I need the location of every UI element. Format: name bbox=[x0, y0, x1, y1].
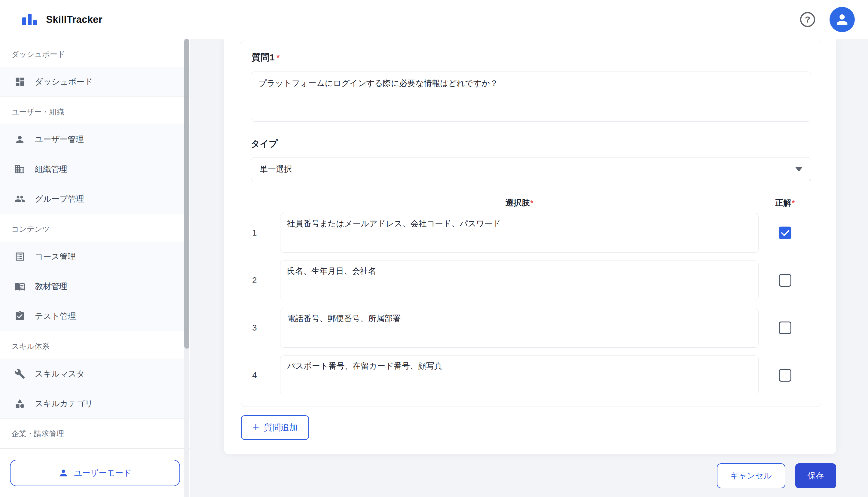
sidebar-item-material-management[interactable]: 教材管理 bbox=[0, 271, 190, 301]
help-icon[interactable]: ? bbox=[800, 12, 815, 27]
chevron-down-icon bbox=[795, 167, 802, 172]
save-button[interactable]: 保存 bbox=[795, 463, 836, 488]
person-icon bbox=[58, 468, 69, 478]
sidebar-section-users-org: ユーザー・組織 ユーザー管理 組織管理 グループ管理 bbox=[0, 97, 190, 214]
person-icon bbox=[834, 12, 850, 27]
sidebar-item-course-management[interactable]: コース管理 bbox=[0, 242, 190, 271]
sidebar-item-label: ユーザー管理 bbox=[35, 134, 84, 145]
avatar[interactable] bbox=[829, 7, 855, 32]
book-icon bbox=[14, 281, 25, 292]
add-question-button[interactable]: + 質問追加 bbox=[241, 415, 309, 440]
sidebar-nav: ダッシュボード ダッシュボード ユーザー・組織 ユーザー管理 bbox=[0, 39, 190, 448]
sidebar-item-label: グループ管理 bbox=[35, 194, 84, 204]
choices-header: 選択肢* bbox=[280, 197, 758, 208]
sidebar-item-dashboard[interactable]: ダッシュボード bbox=[0, 67, 190, 97]
sidebar-item-skill-category[interactable]: スキルカテゴリ bbox=[0, 388, 190, 418]
sidebar-scrollbar[interactable] bbox=[184, 39, 189, 497]
option-row: 1 社員番号またはメールアドレス、会社コード、パスワード bbox=[251, 213, 811, 253]
required-mark: * bbox=[530, 199, 533, 207]
option-number: 1 bbox=[251, 228, 280, 238]
shapes-icon bbox=[14, 398, 25, 409]
plus-icon: + bbox=[253, 421, 259, 433]
question-label: 質問1* bbox=[252, 52, 811, 64]
help-glyph: ? bbox=[805, 14, 810, 25]
sidebar: ダッシュボード ダッシュボード ユーザー・組織 ユーザー管理 bbox=[0, 39, 190, 497]
sidebar-item-org-management[interactable]: 組織管理 bbox=[0, 154, 190, 184]
building-icon bbox=[14, 164, 25, 174]
sidebar-section-label: ユーザー・組織 bbox=[0, 97, 190, 124]
option-row: 4 パスポート番号、在留カード番号、顔写真 bbox=[251, 355, 811, 395]
correct-answer-checkbox[interactable] bbox=[779, 322, 791, 334]
add-question-label: 質問追加 bbox=[264, 422, 298, 433]
sidebar-item-label: 教材管理 bbox=[35, 281, 67, 292]
type-label: タイプ bbox=[251, 138, 811, 150]
sidebar-item-test-management[interactable]: テスト管理 bbox=[0, 301, 190, 331]
correct-answer-checkbox[interactable] bbox=[779, 369, 791, 382]
option-text-input[interactable]: パスポート番号、在留カード番号、顔写真 bbox=[280, 355, 758, 395]
app-title: SkillTracker bbox=[46, 14, 102, 25]
sidebar-section-label: ダッシュボード bbox=[0, 39, 190, 67]
option-text-input[interactable]: 電話番号、郵便番号、所属部署 bbox=[280, 308, 758, 347]
option-number: 2 bbox=[251, 275, 280, 285]
user-mode-label: ユーザーモード bbox=[74, 468, 132, 478]
actions-bar: キャンセル 保存 bbox=[190, 454, 868, 497]
sidebar-item-label: スキルマスタ bbox=[35, 368, 85, 379]
sidebar-item-label: ダッシュボード bbox=[35, 76, 93, 87]
sidebar-section-content: コンテンツ コース管理 教材管理 テスト管理 bbox=[0, 214, 190, 331]
sidebar-section-label: コンテンツ bbox=[0, 214, 190, 242]
question-card: 質問1* プラットフォームにログインする際に必要な情報はどれですか？ タイプ 単… bbox=[241, 40, 821, 407]
sidebar-item-skill-master[interactable]: スキルマスタ bbox=[0, 359, 190, 388]
user-mode-button[interactable]: ユーザーモード bbox=[10, 460, 180, 486]
question-label-text: 質問1 bbox=[252, 52, 275, 62]
sidebar-item-label: 組織管理 bbox=[35, 164, 67, 174]
people-icon bbox=[14, 194, 25, 204]
sidebar-item-user-management[interactable]: ユーザー管理 bbox=[0, 124, 190, 154]
option-text-input[interactable]: 社員番号またはメールアドレス、会社コード、パスワード bbox=[280, 213, 758, 253]
form-panel: 質問1* プラットフォームにログインする際に必要な情報はどれですか？ タイプ 単… bbox=[224, 39, 836, 454]
clipboard-check-icon bbox=[14, 311, 25, 322]
sidebar-item-label: テスト管理 bbox=[35, 311, 76, 322]
type-select[interactable]: 単一選択 bbox=[251, 157, 811, 181]
sidebar-section-skills: スキル体系 スキルマスタ スキルカテゴリ bbox=[0, 331, 190, 418]
wrench-icon bbox=[14, 368, 25, 379]
option-row: 3 電話番号、郵便番号、所属部署 bbox=[251, 308, 811, 347]
main-content: 質問1* プラットフォームにログインする際に必要な情報はどれですか？ タイプ 単… bbox=[190, 39, 868, 497]
list-icon bbox=[14, 251, 25, 262]
app-logo: SkillTracker bbox=[22, 14, 102, 25]
person-icon bbox=[14, 134, 25, 145]
sidebar-section-dashboard: ダッシュボード ダッシュボード bbox=[0, 39, 190, 97]
header-actions: ? bbox=[800, 7, 855, 32]
answer-header: 正解* bbox=[758, 197, 811, 208]
sidebar-item-label: スキルカテゴリ bbox=[35, 398, 93, 409]
dashboard-icon bbox=[14, 76, 25, 87]
option-text-input[interactable]: 氏名、生年月日、会社名 bbox=[280, 260, 758, 300]
sidebar-footer: ユーザーモード bbox=[0, 448, 190, 497]
cancel-button[interactable]: キャンセル bbox=[717, 463, 785, 488]
sidebar-section-label: 企業・請求管理 bbox=[0, 418, 190, 446]
type-select-value: 単一選択 bbox=[260, 164, 292, 174]
app-header: SkillTracker ? bbox=[0, 0, 868, 39]
required-mark: * bbox=[792, 199, 795, 207]
correct-answer-checkbox[interactable] bbox=[779, 274, 791, 287]
option-number: 3 bbox=[251, 323, 280, 332]
sidebar-item-group-management[interactable]: グループ管理 bbox=[0, 184, 190, 214]
option-number: 4 bbox=[251, 370, 280, 380]
question-text-input[interactable]: プラットフォームにログインする際に必要な情報はどれですか？ bbox=[251, 72, 811, 122]
scrollbar-thumb[interactable] bbox=[184, 39, 189, 349]
bar-chart-logo-icon bbox=[22, 14, 37, 25]
sidebar-section-label: スキル体系 bbox=[0, 331, 190, 359]
required-mark: * bbox=[276, 53, 280, 62]
sidebar-item-label: コース管理 bbox=[35, 251, 76, 262]
option-row: 2 氏名、生年月日、会社名 bbox=[251, 260, 811, 300]
sidebar-section-billing: 企業・請求管理 bbox=[0, 418, 190, 446]
options-header-row: 選択肢* 正解* bbox=[251, 197, 811, 208]
correct-answer-checkbox[interactable] bbox=[779, 227, 791, 239]
